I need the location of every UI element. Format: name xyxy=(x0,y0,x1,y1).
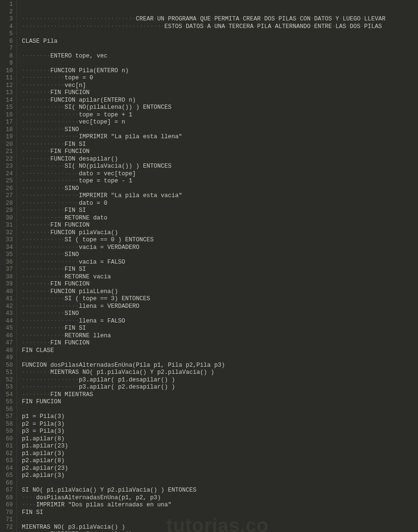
code-line[interactable]: FIN FUNCION xyxy=(22,399,418,406)
code-text: FIN FUNCION xyxy=(22,399,61,405)
line-number: 67 xyxy=(0,487,13,494)
line-number: 8 xyxy=(0,53,13,60)
code-line[interactable] xyxy=(22,516,418,524)
code-line[interactable]: ················vacia = FALSO xyxy=(22,259,418,266)
code-line[interactable]: p2.apilar(3) xyxy=(22,472,418,480)
code-line[interactable]: ············SINO xyxy=(22,185,418,193)
code-line[interactable] xyxy=(22,45,418,53)
code-area[interactable]: ································CREAR·UN… xyxy=(17,0,418,532)
code-text: SI( NO(pilaLLena()) ) ENTONCES xyxy=(65,104,171,111)
line-number: 44 xyxy=(0,318,13,325)
code-line[interactable]: ············FIN SI xyxy=(22,266,418,274)
code-line[interactable]: ············SINO xyxy=(22,310,418,318)
code-line[interactable]: ····dosPilasAlternadasEnUna(p1, p2, p3) xyxy=(22,494,418,502)
code-line[interactable] xyxy=(22,30,418,38)
code-line[interactable]: ············SI( NO(pilaVacia()) ) ENTONC… xyxy=(22,163,418,171)
code-line[interactable]: ····IMPRIMIR "Dos pilas alternadas en un… xyxy=(22,502,418,509)
code-line[interactable]: FIN SI xyxy=(22,509,418,517)
code-line[interactable]: ················dato = vec[tope] xyxy=(22,171,418,178)
code-line[interactable]: ············SI ( tope == 0 ) ENTONCES xyxy=(22,237,418,244)
code-line[interactable]: p1.apilar(8) xyxy=(22,436,418,443)
code-line[interactable]: p2.apilar(8) xyxy=(22,457,418,465)
code-line[interactable]: ········FIN FUNCION xyxy=(22,222,418,229)
code-line[interactable]: ········FUNCION Pila(ENTERO n) xyxy=(22,67,418,75)
code-line[interactable]: ········FUNCION desapilar() xyxy=(22,156,418,163)
code-line[interactable]: ············FIN SI xyxy=(22,141,418,149)
line-number: 33 xyxy=(0,237,13,244)
code-text: vacia = FALSO xyxy=(79,259,125,266)
code-line[interactable]: ············SINO xyxy=(22,126,418,134)
code-line[interactable]: ········FUNCION pilaVacia() xyxy=(22,229,418,237)
code-line[interactable]: MIENTRAS NO( p3.pilaVacia() ) xyxy=(22,524,418,532)
code-line[interactable]: ············tope = 0 xyxy=(22,75,418,82)
code-line[interactable]: p1.apilar(3) xyxy=(22,450,418,458)
code-line[interactable]: ············FIN SI xyxy=(22,325,418,332)
code-line[interactable]: p2 = Pila(3) xyxy=(22,421,418,428)
line-number: 48 xyxy=(0,347,13,355)
code-line[interactable]: p3 = Pila(3) xyxy=(22,428,418,436)
line-number: 63 xyxy=(0,457,13,465)
code-line[interactable]: ········FIN FUNCION xyxy=(22,89,418,97)
code-line[interactable]: CLASE Pila xyxy=(22,38,418,46)
code-line[interactable] xyxy=(22,354,418,362)
code-line[interactable]: ········FIN MIENTRAS xyxy=(22,391,418,399)
line-number: 28 xyxy=(0,200,13,208)
code-line[interactable]: ········FIN FUNCION xyxy=(22,281,418,288)
code-editor[interactable]: 1234567891011121314151617181920212223242… xyxy=(0,0,418,532)
code-line[interactable]: ················tope = tope + 1 xyxy=(22,112,418,119)
code-line[interactable]: ················p3.apilar( p1.desapilar(… xyxy=(22,377,418,384)
code-text: tope = 0 xyxy=(65,75,93,81)
code-line[interactable]: ········FUNCION pilaLLena() xyxy=(22,288,418,296)
code-line[interactable]: ················vacia = VERDADERO xyxy=(22,244,418,252)
code-line[interactable]: ········FIN FUNCION xyxy=(22,148,418,156)
code-line[interactable]: ············SINO xyxy=(22,251,418,259)
line-number: 17 xyxy=(0,119,13,126)
code-line[interactable]: FIN CLASE xyxy=(22,347,418,355)
code-line[interactable] xyxy=(22,60,418,67)
line-number: 6 xyxy=(0,38,13,46)
code-line[interactable]: ················IMPRIMIR "La pila esta v… xyxy=(22,192,418,200)
code-line[interactable]: SI NO( p1.pilaVacia() Y p2.pilaVacia() )… xyxy=(22,487,418,494)
line-number: 31 xyxy=(0,222,13,229)
code-line[interactable]: ············SI( NO(pilaLLena()) ) ENTONC… xyxy=(22,104,418,112)
code-line[interactable]: ················dato = 0 xyxy=(22,200,418,208)
code-line[interactable]: FUNCION dosPilasAlternadasEnUna(Pila p1,… xyxy=(22,362,418,370)
code-line[interactable]: ················p3.apilar( p2.desapilar(… xyxy=(22,384,418,391)
line-number: 53 xyxy=(0,384,13,391)
code-line[interactable]: ············vec[n] xyxy=(22,82,418,90)
code-text: llena = FALSO xyxy=(79,318,125,324)
line-number: 59 xyxy=(0,428,13,436)
code-line[interactable]: ············RETORNE llena xyxy=(22,332,418,340)
code-line[interactable]: ········MIENTRAS NO( p1.pilaVacia() Y p2… xyxy=(22,369,418,377)
code-text: dosPilasAlternadasEnUna(p1, p2, p3) xyxy=(36,494,161,501)
code-line[interactable]: p1.apilar(23) xyxy=(22,443,418,450)
code-line[interactable]: p2.apilar(23) xyxy=(22,465,418,473)
code-line[interactable]: ················IMPRIMIR "La pila esta l… xyxy=(22,133,418,141)
line-number: 41 xyxy=(0,295,13,303)
code-line[interactable]: ················llena = FALSO xyxy=(22,318,418,325)
code-line[interactable]: ············RETORNE vacia xyxy=(22,274,418,281)
code-line[interactable]: ········································… xyxy=(22,23,418,31)
code-text: FIN SI xyxy=(65,207,86,214)
line-number: 2 xyxy=(0,9,13,16)
code-line[interactable]: ············SI ( tope == 3) ENTONCES xyxy=(22,295,418,303)
code-line[interactable]: ············FIN SI xyxy=(22,207,418,215)
code-line[interactable]: ················llena = VERDADERO xyxy=(22,303,418,311)
code-line[interactable]: ········FIN FUNCION xyxy=(22,340,418,347)
code-text: SI ( tope == 3) ENTONCES xyxy=(65,295,150,302)
code-text: FUNCION pilaVacia() xyxy=(50,229,118,236)
code-line[interactable]: ················vec[tope] = n xyxy=(22,119,418,126)
code-line[interactable]: ········ENTERO tope, vec xyxy=(22,53,418,60)
code-text: IMPRIMIR "La pila esta vacia" xyxy=(79,192,182,199)
line-number: 58 xyxy=(0,421,13,428)
code-line[interactable]: ················tope = tope - 1 xyxy=(22,178,418,185)
code-line[interactable]: p1 = Pila(3) xyxy=(22,413,418,421)
code-text: llena = VERDADERO xyxy=(79,303,140,310)
line-number: 72 xyxy=(0,524,13,532)
line-number-gutter: 1234567891011121314151617181920212223242… xyxy=(0,0,17,532)
code-line[interactable]: ································CREAR·UN… xyxy=(22,16,418,23)
code-line[interactable]: ········FUNCION apilar(ENTERO n) xyxy=(22,97,418,104)
code-line[interactable]: ············RETORNE dato xyxy=(22,215,418,222)
code-line[interactable] xyxy=(22,406,418,414)
code-line[interactable] xyxy=(22,480,418,487)
